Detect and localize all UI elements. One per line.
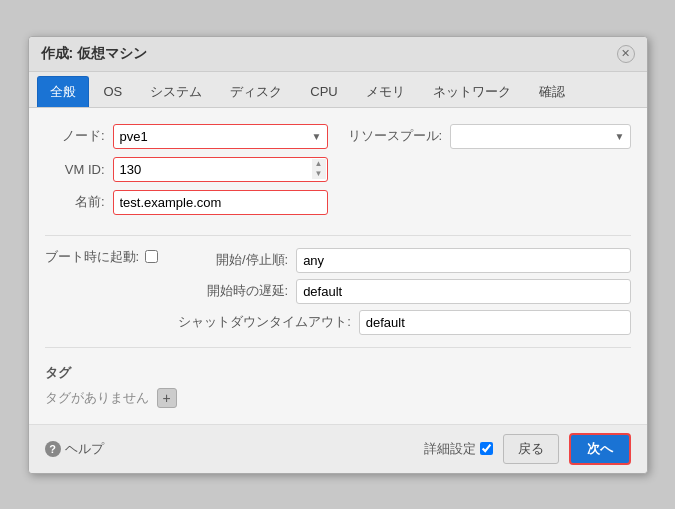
boot-checkbox[interactable] [145, 250, 158, 263]
divider-2 [45, 347, 631, 348]
tab-bar: 全般 OS システム ディスク CPU メモリ ネットワーク 確認 [29, 72, 647, 108]
dialog-header: 作成: 仮想マシン ✕ [29, 37, 647, 72]
help-icon: ? [45, 441, 61, 457]
vmid-input-wrapper: ▲ ▼ [113, 157, 328, 182]
left-column: ノード: pve1 ▼ VM ID: ▲ ▼ [45, 124, 328, 223]
advanced-label: 詳細設定 [424, 440, 476, 458]
shutdown-input[interactable] [359, 310, 631, 335]
tab-system[interactable]: システム [137, 76, 215, 107]
tab-os[interactable]: OS [91, 77, 136, 105]
vmid-spin-up[interactable]: ▲ [312, 159, 326, 169]
help-button[interactable]: ? ヘルプ [45, 440, 104, 458]
shutdown-row: シャットダウンタイムアウト: [178, 310, 630, 335]
node-label: ノード: [45, 127, 105, 145]
next-button[interactable]: 次へ [569, 433, 631, 465]
delay-input[interactable] [296, 279, 630, 304]
boot-section: ブート時に起動: 開始/停止順: 開始時の遅延: [45, 248, 631, 335]
add-tag-button[interactable]: + [157, 388, 177, 408]
right-column: リソースプール: ▼ [328, 124, 631, 223]
vmid-input[interactable] [113, 157, 328, 182]
divider-1 [45, 235, 631, 236]
back-button[interactable]: 戻る [503, 434, 559, 464]
name-label: 名前: [45, 193, 105, 211]
advanced-check: 詳細設定 [424, 440, 493, 458]
tab-network[interactable]: ネットワーク [420, 76, 524, 107]
main-content: ノード: pve1 ▼ VM ID: ▲ ▼ [45, 124, 631, 223]
dialog-title: 作成: 仮想マシン [41, 45, 148, 63]
name-input[interactable] [113, 190, 328, 215]
vmid-row: VM ID: ▲ ▼ [45, 157, 328, 182]
tab-general[interactable]: 全般 [37, 76, 89, 107]
dialog-body: ノード: pve1 ▼ VM ID: ▲ ▼ [29, 108, 647, 424]
tab-cpu[interactable]: CPU [297, 77, 350, 105]
shutdown-input-wrapper [359, 310, 631, 335]
tab-disk[interactable]: ディスク [217, 76, 295, 107]
tab-memory[interactable]: メモリ [353, 76, 418, 107]
delay-row: 開始時の遅延: [178, 279, 630, 304]
tags-section: タグ タグがありません + [45, 364, 631, 408]
delay-label: 開始時の遅延: [178, 282, 288, 300]
resource-pool-select-wrapper: ▼ [450, 124, 630, 149]
dialog-footer: ? ヘルプ 詳細設定 戻る 次へ [29, 424, 647, 473]
node-select-wrapper: pve1 ▼ [113, 124, 328, 149]
order-row: 開始/停止順: [178, 248, 630, 273]
shutdown-label: シャットダウンタイムアウト: [178, 314, 351, 331]
name-row: 名前: [45, 190, 328, 215]
delay-input-wrapper [296, 279, 630, 304]
tab-confirm[interactable]: 確認 [526, 76, 578, 107]
advanced-checkbox[interactable] [480, 442, 493, 455]
node-row: ノード: pve1 ▼ [45, 124, 328, 149]
node-select[interactable]: pve1 [113, 124, 328, 149]
resource-pool-row: リソースプール: ▼ [348, 124, 631, 149]
boot-left: ブート時に起動: [45, 248, 159, 266]
help-label: ヘルプ [65, 440, 104, 458]
tags-empty-label: タグがありません [45, 389, 149, 407]
boot-label: ブート時に起動: [45, 248, 140, 266]
footer-right: 詳細設定 戻る 次へ [424, 433, 631, 465]
resource-pool-label: リソースプール: [348, 127, 443, 145]
order-label: 開始/停止順: [178, 251, 288, 269]
resource-pool-select[interactable] [450, 124, 630, 149]
vmid-spin-down[interactable]: ▼ [312, 169, 326, 179]
vmid-label: VM ID: [45, 162, 105, 177]
order-input-wrapper [296, 248, 630, 273]
tags-row: タグがありません + [45, 388, 631, 408]
tags-title: タグ [45, 364, 631, 382]
vmid-spin-arrows: ▲ ▼ [312, 157, 326, 182]
dialog: 作成: 仮想マシン ✕ 全般 OS システム ディスク CPU メモリ ネットワ… [28, 36, 648, 474]
order-input[interactable] [296, 248, 630, 273]
boot-right: 開始/停止順: 開始時の遅延: シャットダウンタイムアウト: [178, 248, 630, 335]
close-button[interactable]: ✕ [617, 45, 635, 63]
